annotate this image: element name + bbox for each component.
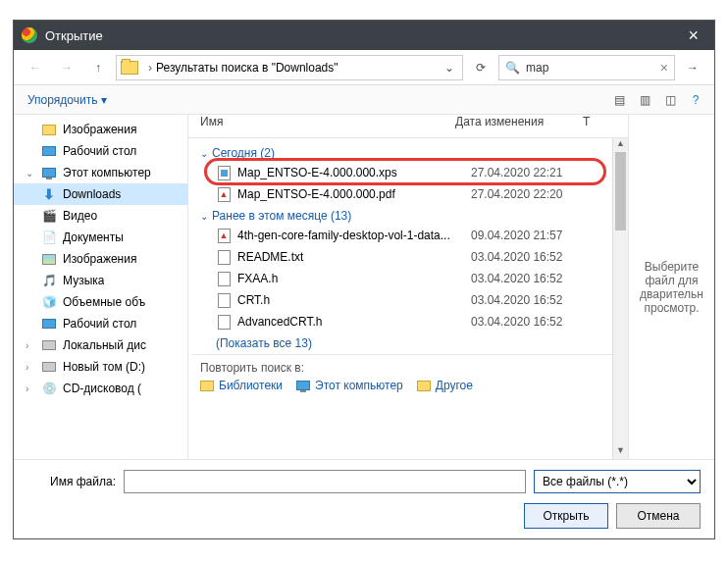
breadcrumb[interactable]: Результаты поиска в "Downloads" bbox=[156, 61, 338, 75]
tree-item[interactable]: Музыка bbox=[14, 270, 187, 291]
group-header[interactable]: ⌄Сегодня (2) bbox=[192, 142, 620, 162]
pc-icon bbox=[296, 381, 310, 390]
chevron-down-icon: ▾ bbox=[101, 93, 107, 107]
filename-input[interactable] bbox=[124, 470, 526, 493]
file-row[interactable]: AdvancedCRT.h03.04.2020 16:52 bbox=[192, 311, 620, 332]
pc-icon bbox=[41, 165, 57, 180]
scroll-down-icon[interactable]: ▼ bbox=[613, 445, 628, 459]
tree-item[interactable]: Изображения bbox=[14, 248, 187, 270]
back-button[interactable]: ← bbox=[22, 55, 49, 80]
cancel-button[interactable]: Отмена bbox=[616, 503, 701, 529]
search-input[interactable]: 🔍 map × bbox=[498, 55, 675, 80]
group-header[interactable]: ⌄Ранее в этом месяце (13) bbox=[192, 205, 620, 225]
show-all-link[interactable]: (Показать все 13) bbox=[192, 332, 620, 354]
col-date[interactable]: Дата изменения bbox=[455, 115, 583, 137]
nav-bar: ← → ↑ › Результаты поиска в "Downloads" … bbox=[14, 50, 714, 85]
3d-icon bbox=[41, 294, 57, 310]
drive-icon bbox=[41, 337, 57, 353]
chevron-down-icon[interactable]: ⌄ bbox=[441, 61, 458, 75]
file-pdf-icon bbox=[216, 229, 232, 243]
tree-item[interactable]: ›Новый том (D:) bbox=[14, 356, 187, 378]
expand-icon[interactable]: ⌄ bbox=[26, 168, 35, 179]
expand-icon[interactable]: › bbox=[26, 340, 35, 351]
other-icon bbox=[417, 381, 431, 391]
file-open-dialog: Открытие × ← → ↑ › Результаты поиска в "… bbox=[13, 20, 715, 539]
tree-item[interactable]: Видео bbox=[14, 205, 187, 227]
repeat-location[interactable]: Библиотеки bbox=[200, 379, 283, 392]
filename-label: Имя файла: bbox=[27, 475, 116, 488]
expand-icon[interactable]: › bbox=[26, 383, 35, 394]
tree-item[interactable]: Рабочий стол bbox=[14, 140, 187, 162]
file-date: 03.04.2020 16:52 bbox=[471, 315, 598, 329]
refresh-button[interactable]: ⟳ bbox=[467, 55, 494, 80]
up-button[interactable]: ↑ bbox=[84, 55, 112, 80]
desktop-icon bbox=[41, 316, 57, 332]
group-label: Ранее в этом месяце (13) bbox=[212, 209, 351, 223]
chevron-down-icon: ⌄ bbox=[200, 211, 208, 222]
file-name: CRT.h bbox=[237, 293, 471, 307]
tree-item[interactable]: Рабочий стол bbox=[14, 313, 187, 334]
music-icon bbox=[41, 273, 57, 288]
view-icons-button[interactable]: ▤ bbox=[606, 89, 632, 111]
group-label: Сегодня (2) bbox=[212, 146, 275, 160]
repeat-location[interactable]: Другое bbox=[417, 379, 473, 392]
column-headers[interactable]: Имя Дата изменения Т bbox=[188, 115, 628, 138]
file-pdf-icon bbox=[216, 187, 232, 202]
dialog-footer: Имя файла: Все файлы (*.*) Открыть Отмен… bbox=[14, 459, 714, 538]
file-row[interactable]: FXAA.h03.04.2020 16:52 bbox=[192, 268, 620, 289]
chevron-down-icon: ⌄ bbox=[200, 148, 208, 159]
file-row[interactable]: CRT.h03.04.2020 16:52 bbox=[192, 289, 620, 311]
repeat-location-label: Этот компьютер bbox=[315, 379, 403, 392]
chevron-right-icon: › bbox=[148, 61, 152, 75]
col-name[interactable]: Имя bbox=[200, 115, 455, 137]
close-icon[interactable]: × bbox=[680, 26, 706, 46]
tree-item-label: Рабочий стол bbox=[63, 317, 136, 331]
expand-icon[interactable]: › bbox=[26, 362, 35, 373]
file-row[interactable]: 4th-gen-core-family-desktop-vol-1-data..… bbox=[192, 225, 620, 246]
search-go-button[interactable]: → bbox=[679, 55, 706, 80]
address-bar[interactable]: › Результаты поиска в "Downloads" ⌄ bbox=[116, 55, 463, 80]
tree-item[interactable]: Объемные объ bbox=[14, 291, 187, 313]
desktop-icon bbox=[41, 143, 57, 159]
filetype-select[interactable]: Все файлы (*.*) bbox=[534, 470, 701, 493]
img-icon bbox=[41, 251, 57, 267]
tree-item-label: Музыка bbox=[63, 274, 104, 287]
file-date: 03.04.2020 16:52 bbox=[471, 293, 598, 307]
scroll-up-icon[interactable]: ▲ bbox=[613, 138, 628, 152]
tree-item[interactable]: ›Локальный дис bbox=[14, 334, 187, 356]
file-row[interactable]: README.txt03.04.2020 16:52 bbox=[192, 246, 620, 268]
titlebar: Открытие × bbox=[14, 21, 714, 50]
scrollbar[interactable]: ▲ ▼ bbox=[612, 138, 628, 459]
tree-item[interactable]: ›CD-дисковод ( bbox=[14, 378, 187, 399]
help-button[interactable]: ? bbox=[683, 89, 708, 111]
tree-item[interactable]: ⬇Downloads bbox=[14, 183, 187, 205]
view-details-button[interactable]: ▥ bbox=[632, 89, 657, 111]
file-name: Map_ENTSO-E-4.000.000.xps bbox=[237, 166, 471, 179]
file-list: Имя Дата изменения Т ⌄Сегодня (2)Map_ENT… bbox=[188, 115, 628, 459]
tree-item[interactable]: Изображения bbox=[14, 119, 187, 140]
file-row[interactable]: Map_ENTSO-E-4.000.000.xps27.04.2020 22:2… bbox=[192, 162, 620, 183]
repeat-location-label: Другое bbox=[436, 379, 473, 392]
forward-button[interactable]: → bbox=[53, 55, 80, 80]
col-type[interactable]: Т bbox=[583, 115, 602, 137]
tree-item[interactable]: Документы bbox=[14, 227, 187, 248]
tree-item-label: Новый том (D:) bbox=[63, 360, 145, 374]
tree-item[interactable]: ⌄Этот компьютер bbox=[14, 162, 187, 183]
clear-search-icon[interactable]: × bbox=[660, 60, 668, 76]
file-date: 27.04.2020 22:20 bbox=[471, 187, 598, 201]
file-row[interactable]: Map_ENTSO-E-4.000.000.pdf27.04.2020 22:2… bbox=[192, 183, 620, 205]
down-icon: ⬇ bbox=[41, 186, 57, 202]
scroll-thumb[interactable] bbox=[615, 152, 626, 230]
repeat-location[interactable]: Этот компьютер bbox=[296, 379, 403, 392]
folder-icon bbox=[41, 122, 57, 137]
preview-pane-button[interactable]: ◫ bbox=[657, 89, 683, 111]
file-txt-icon bbox=[216, 272, 232, 286]
file-txt-icon bbox=[216, 293, 232, 308]
library-icon bbox=[200, 381, 214, 391]
nav-tree[interactable]: ИзображенияРабочий стол⌄Этот компьютер⬇D… bbox=[14, 115, 188, 459]
open-button[interactable]: Открыть bbox=[524, 503, 608, 529]
tree-item-label: Рабочий стол bbox=[63, 144, 136, 158]
drive-icon bbox=[41, 359, 57, 375]
file-date: 03.04.2020 16:52 bbox=[471, 272, 598, 285]
organize-menu[interactable]: Упорядочить ▾ bbox=[20, 89, 115, 111]
